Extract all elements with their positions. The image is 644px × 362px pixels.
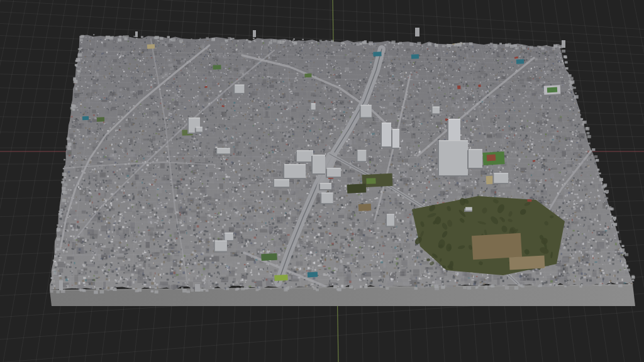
viewport-3d[interactable] — [0, 0, 644, 362]
city-model-object[interactable] — [0, 0, 644, 362]
